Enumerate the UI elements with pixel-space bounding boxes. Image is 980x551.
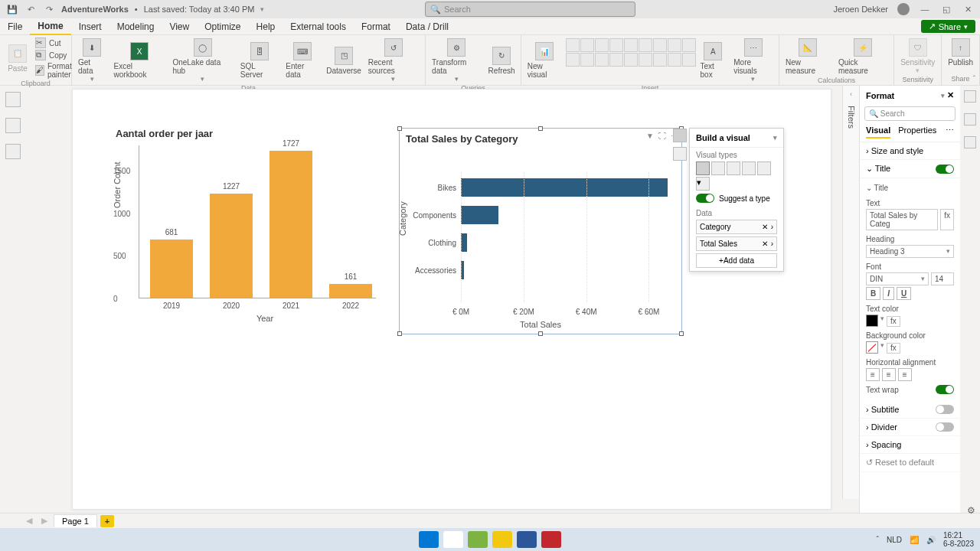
user-name[interactable]: Jeroen Dekker: [833, 5, 888, 14]
visual-cell[interactable]: [639, 53, 652, 67]
new-measure-button[interactable]: 📐New measure: [782, 37, 834, 77]
bold-button[interactable]: B: [866, 287, 880, 300]
chevron-down-icon[interactable]: ▾: [941, 92, 945, 99]
fx-icon[interactable]: fx: [887, 343, 900, 354]
visual-cell[interactable]: [682, 38, 696, 52]
add-page-button[interactable]: +: [100, 515, 114, 527]
volume-icon[interactable]: 🔊: [926, 536, 936, 544]
visualizations-icon[interactable]: [964, 113, 976, 126]
type-table[interactable]: [757, 161, 771, 175]
close-pane-icon[interactable]: ✕: [947, 90, 954, 99]
taskbar-app[interactable]: [492, 531, 512, 548]
data-pane-icon[interactable]: [964, 90, 976, 103]
divider-toggle[interactable]: [936, 422, 954, 432]
undo-icon[interactable]: ↶: [24, 3, 37, 15]
sensitivity-button[interactable]: 🛡Sensitivity▾: [897, 37, 938, 76]
tab-format[interactable]: Format: [354, 19, 398, 34]
wrap-toggle[interactable]: [936, 385, 954, 394]
get-data-button[interactable]: ⬇Get data▾: [75, 37, 109, 84]
taskbar-app[interactable]: [517, 531, 537, 548]
format-visual-icon[interactable]: [673, 147, 687, 161]
tab-visual-props[interactable]: Visual: [866, 126, 890, 139]
tab-insert[interactable]: Insert: [71, 19, 109, 34]
text-color-swatch[interactable]: [866, 315, 878, 327]
visual-cell[interactable]: [639, 38, 652, 52]
type-bar-horizontal[interactable]: [696, 161, 710, 175]
tab-properties[interactable]: Properties: [898, 126, 936, 139]
tab-home[interactable]: Home: [30, 18, 70, 35]
visual-cell[interactable]: [580, 38, 594, 52]
recent-sources-button[interactable]: ↺Recent sources▾: [365, 37, 422, 84]
visual-cell[interactable]: [595, 53, 609, 67]
build-icon[interactable]: [673, 129, 687, 142]
tab-view[interactable]: View: [162, 19, 197, 34]
title-toggle[interactable]: [936, 165, 954, 174]
quick-measure-button[interactable]: ⚡Quick measure: [835, 37, 890, 77]
redo-icon[interactable]: ↷: [43, 3, 55, 15]
taskbar-app[interactable]: [541, 531, 561, 548]
sql-button[interactable]: 🗄SQL Server: [237, 37, 281, 84]
format-painter-button[interactable]: 🖌Format painter: [32, 61, 77, 80]
close-icon[interactable]: ✕: [962, 3, 974, 15]
tab-data-drill[interactable]: Data / Drill: [398, 19, 456, 34]
suggest-toggle[interactable]: [696, 194, 714, 203]
remove-icon[interactable]: ✕: [762, 240, 768, 248]
report-view-button[interactable]: [5, 92, 21, 107]
visual-cell[interactable]: [580, 53, 594, 67]
visual-cell[interactable]: [668, 38, 681, 52]
visual-cell[interactable]: [668, 53, 681, 67]
type-more[interactable]: ▾: [696, 177, 710, 191]
tab-help[interactable]: Help: [249, 19, 283, 34]
visual-cell[interactable]: [653, 38, 667, 52]
subtitle-toggle[interactable]: [936, 405, 954, 414]
chevron-right-icon[interactable]: ›: [771, 240, 773, 248]
chevron-right-icon[interactable]: ›: [771, 223, 773, 231]
reset-default[interactable]: ↺ Reset to default: [860, 454, 960, 472]
transform-button[interactable]: ⚙Transform data▾: [429, 37, 484, 84]
tab-file[interactable]: File: [0, 19, 30, 34]
type-column[interactable]: [727, 161, 740, 175]
share-button[interactable]: ↗Share▾: [921, 20, 975, 33]
chart-orders-per-year[interactable]: Aantal order per jaar Order Count 050010…: [116, 128, 391, 319]
align-right-button[interactable]: ≡: [898, 368, 912, 381]
visual-cell[interactable]: [609, 53, 623, 67]
focus-icon[interactable]: ⛶: [658, 132, 666, 140]
tab-optimize[interactable]: Optimize: [197, 19, 248, 34]
tab-external-tools[interactable]: External tools: [283, 19, 354, 34]
type-column-stacked[interactable]: [742, 161, 756, 175]
language-indicator[interactable]: NLD: [887, 536, 902, 544]
font-select[interactable]: DIN ▾: [866, 272, 929, 285]
field-category[interactable]: Category✕›: [696, 220, 777, 234]
title-text-input[interactable]: Total Sales by Categ: [866, 209, 938, 230]
spacing-section[interactable]: › Spacing: [860, 436, 960, 454]
avatar[interactable]: [897, 3, 910, 15]
align-left-button[interactable]: ≡: [866, 368, 880, 381]
visual-cell[interactable]: [595, 38, 609, 52]
next-page-button[interactable]: ▶: [38, 516, 51, 526]
start-button[interactable]: [419, 531, 439, 548]
add-icon[interactable]: [964, 136, 976, 148]
clock-time[interactable]: 16:21: [943, 531, 962, 540]
field-total-sales[interactable]: Total Sales✕›: [696, 236, 777, 251]
align-center-button[interactable]: ≡: [882, 368, 896, 381]
font-size-input[interactable]: 14: [931, 272, 954, 285]
prev-page-button[interactable]: ◀: [23, 516, 35, 526]
filter-icon[interactable]: ▼: [646, 132, 654, 140]
collapse-ribbon-icon[interactable]: ˆ: [973, 75, 975, 83]
size-style-section[interactable]: › Size and style: [860, 142, 960, 160]
visual-cell[interactable]: [566, 38, 580, 52]
visual-cell[interactable]: [609, 38, 623, 52]
onelake-button[interactable]: ◯OneLake data hub▾: [169, 37, 235, 84]
title-inner-section[interactable]: ⌄ Title: [866, 181, 954, 194]
format-search[interactable]: 🔍 Search: [864, 106, 956, 121]
chevron-down-icon[interactable]: ▾: [773, 134, 777, 142]
title-section[interactable]: ⌄ Title: [860, 160, 960, 178]
more-visuals-button[interactable]: ⋯More visuals▾: [730, 37, 776, 84]
expand-filters-icon[interactable]: ‹: [850, 90, 852, 98]
fx-icon[interactable]: fx: [940, 209, 954, 230]
wifi-icon[interactable]: 📶: [910, 536, 919, 544]
refresh-button[interactable]: ↻Refresh: [485, 37, 517, 84]
enter-data-button[interactable]: ⌨Enter data: [283, 37, 322, 84]
table-view-button[interactable]: [5, 118, 21, 133]
heading-select[interactable]: Heading 3 ▾: [866, 245, 954, 258]
